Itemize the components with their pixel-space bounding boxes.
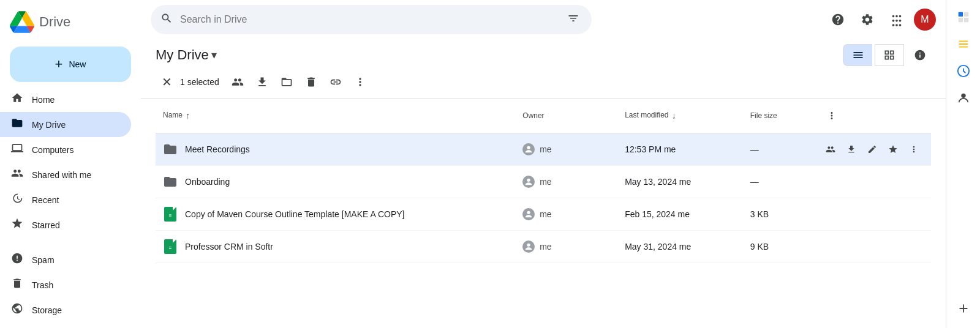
size-cell: — (743, 166, 813, 198)
owner-cell: me (515, 166, 617, 198)
sidebar-item-my-drive[interactable]: My Drive (0, 112, 131, 137)
row-edit-btn[interactable] (862, 140, 882, 159)
toolbar-link-button[interactable] (325, 71, 347, 93)
col-header-modified[interactable]: Last modified ↓ (617, 99, 743, 133)
actions-cell (813, 231, 931, 263)
settings-button[interactable] (855, 7, 880, 32)
list-view-button[interactable] (843, 44, 872, 66)
owner-name: me (540, 209, 551, 219)
file-name: Copy of Maven Course Outline Template [M… (185, 209, 404, 219)
right-panel-tasks-button[interactable] (951, 32, 976, 56)
grid-view-button[interactable] (875, 44, 904, 66)
owner-name: me (540, 177, 551, 187)
search-input[interactable] (180, 14, 557, 25)
modified-cell: May 13, 2024 me (617, 166, 743, 198)
right-panel-contacts-button[interactable] (951, 86, 976, 110)
owner-avatar (522, 176, 535, 188)
user-avatar[interactable]: M (914, 9, 936, 31)
owner-cell: me (515, 231, 617, 263)
app-logo: Drive (0, 5, 141, 39)
search-icon (160, 12, 173, 28)
row-actions (821, 140, 924, 159)
sidebar-item-recent[interactable]: Recent (0, 187, 131, 212)
owner-avatar (522, 143, 535, 155)
row-more-btn[interactable] (904, 140, 924, 159)
sidebar-item-label: Recent (32, 195, 59, 205)
new-button[interactable]: + New (10, 47, 131, 82)
table-row[interactable]: ≡ Professor CRM in Softr me May 31, 2024… (156, 231, 931, 263)
folder-icon (163, 142, 178, 157)
sidebar-item-label: Spam (32, 255, 55, 265)
sort-icon: ↑ (186, 111, 190, 121)
home-icon (10, 92, 24, 107)
sidebar-item-spam[interactable]: Spam (0, 247, 131, 272)
sidebar-item-label: Starred (32, 220, 60, 230)
right-panel-activity-button[interactable] (951, 59, 976, 83)
svg-rect-7 (963, 18, 968, 22)
row-star-btn[interactable] (883, 140, 903, 159)
search-bar (151, 5, 592, 34)
svg-point-0 (527, 146, 530, 149)
toolbar-delete-button[interactable] (300, 71, 322, 93)
sidebar-item-storage[interactable]: Storage (0, 297, 131, 322)
modified-cell: May 31, 2024 me (617, 231, 743, 263)
table-row[interactable]: Onboarding me May 13, 2024 me — (156, 166, 931, 198)
right-panel-notifications-button[interactable] (951, 5, 976, 29)
file-name-cell: ≡ Copy of Maven Course Outline Template … (156, 198, 515, 231)
owner-name: me (540, 242, 551, 252)
table-row[interactable]: Meet Recordings me 12:53 PM me — (156, 133, 931, 166)
recent-icon (10, 192, 24, 207)
sidebar-item-trash[interactable]: Trash (0, 272, 131, 297)
sidebar: Drive + New Home My Drive Computers Shar… (0, 0, 141, 328)
svg-point-1 (527, 179, 530, 182)
drive-header: My Drive ▾ (141, 39, 946, 66)
owner-cell: me (515, 198, 617, 231)
table-row[interactable]: ≡ Copy of Maven Course Outline Template … (156, 198, 931, 231)
selection-toolbar: ✕ 1 selected (141, 66, 946, 99)
info-button[interactable] (909, 44, 931, 66)
file-name: Meet Recordings (185, 144, 250, 154)
right-panel-add-button[interactable] (951, 296, 976, 321)
sidebar-item-computers[interactable]: Computers (0, 137, 131, 162)
toolbar-more-button[interactable] (349, 71, 371, 93)
row-download-btn[interactable] (842, 140, 861, 159)
sidebar-item-label: Trash (32, 280, 53, 290)
sidebar-item-label: Computers (32, 145, 74, 155)
drive-logo-icon (10, 11, 34, 33)
sidebar-item-shared-with-me[interactable]: Shared with me (0, 162, 131, 187)
apps-button[interactable] (884, 7, 909, 32)
column-more-button[interactable] (821, 105, 843, 127)
row-share-btn[interactable] (821, 140, 840, 159)
topbar: M (141, 0, 946, 39)
search-filter-button[interactable] (565, 10, 582, 30)
topbar-right: M (826, 7, 936, 32)
sheets-icon: ≡ (163, 207, 178, 222)
modified-cell: Feb 15, 2024 me (617, 198, 743, 231)
col-header-name[interactable]: Name ↑ (156, 99, 515, 133)
owner-avatar (522, 240, 535, 253)
size-cell: 3 KB (743, 198, 813, 231)
sidebar-item-home[interactable]: Home (0, 87, 131, 112)
size-cell: — (743, 133, 813, 166)
folder-icon (163, 174, 178, 189)
files-table: Name ↑ Owner Last modified ↓ File size (156, 99, 931, 263)
selected-count: 1 selected (180, 77, 219, 87)
new-button-label: New (69, 59, 86, 69)
right-panel (946, 0, 980, 328)
svg-rect-4 (958, 12, 962, 17)
row-actions (821, 172, 924, 192)
toolbar-share-button[interactable] (227, 71, 249, 93)
file-name-cell: ≡ Professor CRM in Softr (156, 231, 515, 263)
col-header-actions (813, 99, 931, 133)
help-button[interactable] (826, 7, 850, 32)
svg-point-3 (527, 244, 530, 247)
close-selection-button[interactable]: ✕ (156, 71, 178, 93)
sidebar-item-starred[interactable]: Starred (0, 212, 131, 237)
svg-rect-6 (958, 18, 962, 22)
drive-title-dropdown[interactable]: ▾ (211, 48, 217, 62)
sidebar-item-label: Home (32, 95, 55, 105)
toolbar-move-button[interactable] (276, 71, 298, 93)
toolbar-download-button[interactable] (251, 71, 273, 93)
shared-with-me-icon (10, 167, 24, 182)
file-name: Onboarding (185, 177, 230, 187)
